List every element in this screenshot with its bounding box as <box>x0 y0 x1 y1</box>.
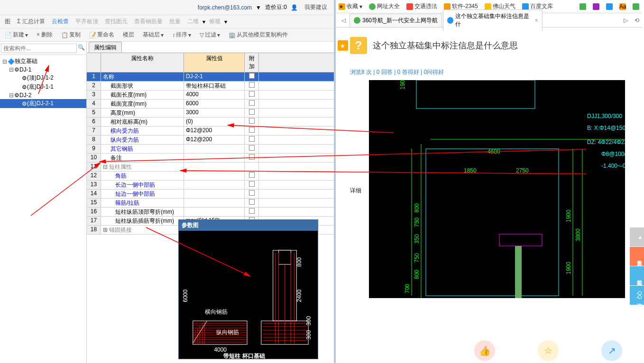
svg-rect-1 <box>426 149 559 296</box>
tree-dj1b[interactable]: ⚙ (底)DJ-1-1 <box>0 82 86 91</box>
tb-copyfrom[interactable]: 🏢 从其他楼层复制构件 <box>226 30 291 40</box>
svg-text:800: 800 <box>414 203 420 213</box>
prop-row-10[interactable]: 10备注 <box>87 154 334 163</box>
tb-new[interactable]: 📄 新建 ▾ <box>2 30 31 40</box>
tb-2d[interactable]: 二维 <box>184 17 202 27</box>
svg-rect-0 <box>416 80 535 109</box>
prop-row-15[interactable]: 15箍筋/拉筋 <box>87 199 334 208</box>
prop-row-1[interactable]: 1名称DJ-2-1 <box>87 73 334 82</box>
fav-star-icon[interactable]: ★ <box>338 40 348 51</box>
share-icon[interactable]: ↗ <box>601 340 622 361</box>
svg-text:1900: 1900 <box>565 209 572 222</box>
tb-cloud[interactable]: 云检查 <box>49 17 72 27</box>
tree-dj1[interactable]: ⊟⚙ DJ-1 <box>0 66 86 73</box>
svg-text:1900: 1900 <box>399 80 406 90</box>
star-icon[interactable]: ☆ <box>538 340 559 361</box>
side-top[interactable]: ▲ <box>630 227 642 246</box>
svg-text:300: 300 <box>305 316 312 326</box>
svg-text:1900: 1900 <box>565 262 572 274</box>
browser-panel: ★收藏 ▾ 网址大全 交通违法 软件-2345 佛山天气 百度文库 Aa ◁ 3… <box>336 0 642 363</box>
bm-app3[interactable] <box>606 3 613 10</box>
email-label: forpk.chen@163.com <box>198 4 252 11</box>
tb-copy[interactable]: 📋 复制 <box>58 30 83 40</box>
nav-back[interactable]: ◁ <box>339 17 349 24</box>
search-icon[interactable]: 🔍 <box>78 44 85 53</box>
browser-tabs: ◁ 360导航_新一代安全上网导航 这个独立基础集中标注信息是什× ▷ ⟲ <box>336 13 642 27</box>
tb-batch[interactable]: 批量 <box>166 17 184 27</box>
tb-sort[interactable]: ↕ 排序 ▾ <box>169 30 194 40</box>
bm-app2[interactable] <box>593 3 599 10</box>
bm-fav[interactable]: ★收藏 ▾ <box>339 2 362 10</box>
tb-base[interactable]: 基础层 ▾ <box>140 30 166 40</box>
svg-text:6000: 6000 <box>182 290 189 302</box>
thumbs-up-icon[interactable]: 👍 <box>474 340 495 361</box>
bm-sites[interactable]: 网址大全 <box>369 2 400 10</box>
tree-dj2[interactable]: ⊟⚙ DJ-2 <box>0 91 86 99</box>
prop-row-14[interactable]: 14短边一侧中部筋 <box>87 190 334 199</box>
svg-text:B: X:Φ14@150;: B: X:Φ14@150; <box>587 125 625 131</box>
svg-text:2400: 2400 <box>296 290 303 302</box>
prop-row-11[interactable]: 11⊟ 短柱属性 <box>87 163 334 172</box>
action-icons: 👍 ☆ ↗ <box>474 340 622 361</box>
tb-find[interactable]: 查找图元 <box>102 17 130 27</box>
bm-app1[interactable] <box>580 3 586 10</box>
search-input[interactable] <box>1 44 77 53</box>
prop-row-16[interactable]: 16短柱纵筋顶部弯折(mm) <box>87 208 334 217</box>
prop-row-5[interactable]: 5高度(mm)3000 <box>87 109 334 118</box>
bm-app4[interactable]: Aa <box>619 3 626 10</box>
tb-tu[interactable]: 图 <box>2 17 13 27</box>
svg-text:横向钢筋: 横向钢筋 <box>205 309 228 315</box>
svg-text:Φ8@100(6: Φ8@100(6 <box>601 151 625 157</box>
prop-row-8[interactable]: 8纵向受力筋Φ12@200 <box>87 136 334 145</box>
side-feedback[interactable]: 意见反馈 <box>630 247 642 266</box>
close-icon[interactable]: × <box>535 17 538 24</box>
svg-text:800: 800 <box>414 270 420 279</box>
prop-row-9[interactable]: 9其它钢筋 <box>87 145 334 154</box>
tb-flat[interactable]: 平齐板顶 <box>73 17 101 27</box>
svg-text:350: 350 <box>414 234 420 244</box>
suggest-link[interactable]: 我要建议 <box>302 2 330 12</box>
tab-360[interactable]: 360导航_新一代安全上网导航 <box>350 14 442 27</box>
tree-dj1a[interactable]: ⚙ (顶)DJ-1-2 <box>0 73 86 82</box>
detail-label: 详细 <box>350 187 361 195</box>
svg-text:2750: 2750 <box>516 167 529 174</box>
nav-fwd[interactable]: ▷ <box>621 17 631 24</box>
tb-rebar[interactable]: 查看钢筋量 <box>131 17 166 27</box>
side-qq[interactable]: QQ咨询 <box>630 286 642 305</box>
tb-floor[interactable]: 楼层 <box>120 30 137 40</box>
cad-svg: 4600 1850 2750 1900 800 750 350 750 800 … <box>369 80 625 298</box>
stats-label: 浏览8 次 | 0 回答 | 0 答得好 | 0问得好 <box>350 68 628 76</box>
svg-text:300: 300 <box>305 330 312 340</box>
bm-app5[interactable] <box>633 3 639 10</box>
tb-rename[interactable]: 📝 重命名 <box>86 30 117 40</box>
svg-text:DJJ1,300/300: DJJ1,300/300 <box>587 113 622 119</box>
tb-filter[interactable]: ▽ 过滤 ▾ <box>197 30 223 40</box>
side-follow[interactable]: 关注我们 <box>630 266 642 285</box>
tb-sum[interactable]: Σ 汇总计算 <box>14 17 48 27</box>
prop-row-13[interactable]: 13长边一侧中部筋 <box>87 181 334 190</box>
svg-text:-1.400~-0: -1.400~-0 <box>601 163 625 169</box>
bm-traffic[interactable]: 交通违法 <box>406 2 437 10</box>
page-content: ? 这个独立基础集中标注信息是什么意思 浏览8 次 | 0 回答 | 0 答得好… <box>336 27 642 363</box>
prop-row-6[interactable]: 6相对底标高(m)(0) <box>87 118 334 127</box>
restore-tab[interactable]: ⟲ <box>632 17 642 24</box>
grid-header: 属性名称 属性值 附加 <box>87 53 334 73</box>
tb-top[interactable]: 俯视 <box>206 17 223 27</box>
prop-row-3[interactable]: 3截面长度(mm)4000 <box>87 91 334 100</box>
tb-del[interactable]: × 删除 <box>34 30 55 40</box>
tab-props[interactable]: 属性编辑 <box>89 42 122 53</box>
prop-row-7[interactable]: 7横向受力筋Φ12@200 <box>87 127 334 136</box>
component-tree[interactable]: ⊟🔷 独立基础 ⊟⚙ DJ-1 ⚙ (顶)DJ-1-2 ⚙ (底)DJ-1-1 … <box>0 55 86 363</box>
svg-rect-5 <box>515 246 522 298</box>
toolbar-sub: 📄 新建 ▾ × 删除 📋 复制 📝 重命名 楼层 基础层 ▾ ↕ 排序 ▾ ▽… <box>0 28 334 42</box>
svg-text:750: 750 <box>414 218 420 227</box>
svg-text:4600: 4600 <box>488 148 500 155</box>
tree-root[interactable]: ⊟🔷 独立基础 <box>0 57 86 66</box>
prop-row-12[interactable]: 12角筋 <box>87 172 334 181</box>
svg-text:1850: 1850 <box>464 167 477 174</box>
prop-row-2[interactable]: 2截面形状带短柱杯口基础 <box>87 82 334 91</box>
svg-text:4000: 4000 <box>214 346 227 353</box>
param-title: 参数图 <box>179 220 318 231</box>
tree-dj2a[interactable]: ⚙ (底)DJ-2-1 <box>0 99 86 108</box>
prop-row-4[interactable]: 4截面宽度(mm)6000 <box>87 100 334 109</box>
